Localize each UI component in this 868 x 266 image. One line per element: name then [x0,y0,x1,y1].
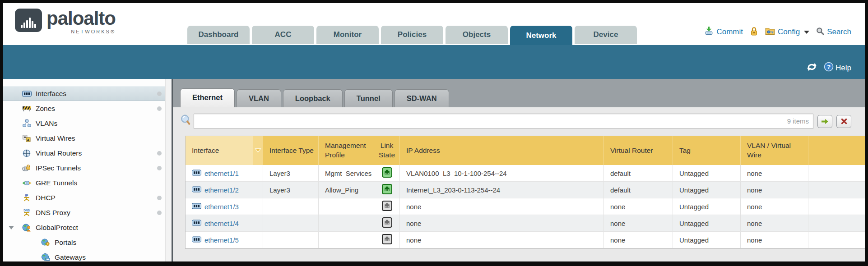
link-down-icon[interactable] [382,201,392,212]
sidebar-item-vlans[interactable]: VLANs [3,116,172,131]
sidebar-item-label: Portals [55,238,76,247]
tab-device[interactable]: Device [575,26,637,44]
cell-ip: none [400,198,604,215]
column-header-management-profile[interactable]: Management Profile [319,136,374,165]
green-arrow-icon [821,119,829,124]
table-row-ethernet1-2: ethernet1/2Layer3Allow_PingInternet_L3_2… [186,182,865,198]
table-header-row: InterfaceInterface TypeManagement Profil… [186,136,865,165]
sidebar-item-gre-tunnels[interactable]: GRE Tunnels [3,175,172,190]
sidebar-list: InterfacesZonesVLANsVirtual WiresVirtual… [3,79,172,261]
cell-type [263,232,319,248]
refresh-icon[interactable] [806,62,817,74]
lock-icon[interactable] [750,27,758,38]
interface-link[interactable]: ethernet1/3 [204,203,239,211]
sidebar-item-globalprotect[interactable]: GlobalProtect [3,220,172,235]
cell-vr: default [604,182,673,198]
column-header-label: Interface [192,146,219,156]
sidebar-item-dns-proxy[interactable]: DNSDNS Proxy [3,205,172,220]
subtab-vlan[interactable]: VLAN [237,89,281,107]
status-dot [157,92,162,96]
sidebar-item-label: Virtual Wires [36,134,75,142]
brand-text: paloalto NETWORKS® [46,9,116,34]
interface-link[interactable]: ethernet1/1 [204,170,239,177]
sidebar-item-dhcp[interactable]: IPDHCP [3,190,172,205]
sidebar-item-ipsec-tunnels[interactable]: IPSec Tunnels [3,161,172,175]
filter-row: 9 items [180,114,865,129]
items-count: 9 items [787,117,809,125]
expander-triangle-icon[interactable] [9,226,14,229]
cell-vlan: none [741,215,808,231]
cell-vr: none [604,232,673,248]
link-down-icon[interactable] [382,217,392,229]
sidebar-item-virtual-wires[interactable]: Virtual Wires [3,131,172,146]
sidebar-item-gateways[interactable]: Gateways [3,250,172,261]
commit-button[interactable]: Commit [704,26,743,38]
link-down-icon[interactable] [382,234,392,246]
tab-acc[interactable]: ACC [252,26,314,44]
column-header-label: Interface Type [269,146,314,156]
sidebar-item-virtual-routers[interactable]: Virtual Routers [3,146,172,161]
brand-subtitle: NETWORKS® [46,29,116,34]
svg-text:?: ? [827,64,831,70]
zones-icon [21,105,32,113]
subtab-sd-wan[interactable]: SD-WAN [395,89,449,107]
subtab-tunnel[interactable]: Tunnel [344,89,393,107]
work-area: 9 items InterfaceInterface TypeManagemen… [173,107,865,261]
cell-interface: ethernet1/3 [186,198,263,215]
cell-filler [808,165,865,181]
vlans-icon [21,119,32,128]
column-header-interface[interactable]: Interface [186,136,253,165]
subtab-ethernet[interactable]: Ethernet [180,88,235,107]
table-row-ethernet1-4: ethernet1/4nonenoneUntaggednone [186,215,865,232]
tab-network[interactable]: Network [510,26,572,45]
tab-dashboard[interactable]: Dashboard [187,26,250,44]
column-header-tag[interactable]: Tag [673,136,741,165]
tab-policies[interactable]: Policies [381,26,443,44]
interface-link[interactable]: ethernet1/5 [204,236,239,244]
cell-ip: Internet_L3_203-0-113-254--24 [400,182,604,198]
ethernet-icon [192,170,201,177]
interface-link[interactable]: ethernet1/2 [204,186,239,194]
cell-link [374,198,400,215]
link-up-icon[interactable] [382,167,392,179]
tab-monitor[interactable]: Monitor [316,26,379,44]
sidebar-item-zones[interactable]: Zones [3,101,172,116]
cell-type: Layer3 [263,182,319,198]
cell-interface: ethernet1/2 [186,182,263,198]
help-button[interactable]: ? Help [824,62,851,74]
clear-filter-button[interactable] [836,115,851,128]
network-sidebar: InterfacesZonesVLANsVirtual WiresVirtual… [3,79,173,261]
status-dot [157,196,162,200]
gre-tunnels-icon [21,179,32,187]
tab-objects[interactable]: Objects [446,26,508,44]
sidebar-item-label: DHCP [36,194,56,202]
column-header-label: Tag [679,146,691,156]
config-menu[interactable]: Config [765,27,809,37]
sidebar-item-label: Virtual Routers [36,149,82,157]
sidebar-item-portals[interactable]: Portals [3,235,172,250]
paloalto-logo-icon [15,9,42,32]
apply-filter-button[interactable] [817,115,832,128]
link-up-icon[interactable] [382,184,392,196]
table-row-ethernet1-3: ethernet1/3nonenoneUntaggednone [186,198,865,215]
help-label: Help [836,64,851,73]
column-header-link-state[interactable]: Link State [374,136,400,165]
subtab-loopback[interactable]: Loopback [283,89,343,107]
column-header-ip-address[interactable]: IP Address [400,136,604,165]
column-header-interface-type[interactable]: Interface Type [263,136,319,165]
cell-tag: Untagged [673,165,741,181]
interface-link[interactable]: ethernet1/4 [204,220,239,227]
sidebar-item-interfaces[interactable]: Interfaces [3,86,172,101]
interface-sort-dropdown[interactable] [253,136,263,165]
toolbar-right: ? Help [806,62,851,74]
column-header-virtual-router[interactable]: Virtual Router [604,136,673,165]
cell-link [374,165,400,181]
filter-input[interactable] [194,114,813,129]
cell-vlan: none [741,232,808,248]
search-button[interactable]: Search [816,27,851,37]
status-dot [157,166,162,170]
cell-type [263,215,319,231]
column-header-vlan-virtual-wire[interactable]: VLAN / Virtual Wire [741,136,808,165]
sidebar-item-label: DNS Proxy [36,209,70,217]
cell-mgmt: Allow_Ping [319,182,374,198]
